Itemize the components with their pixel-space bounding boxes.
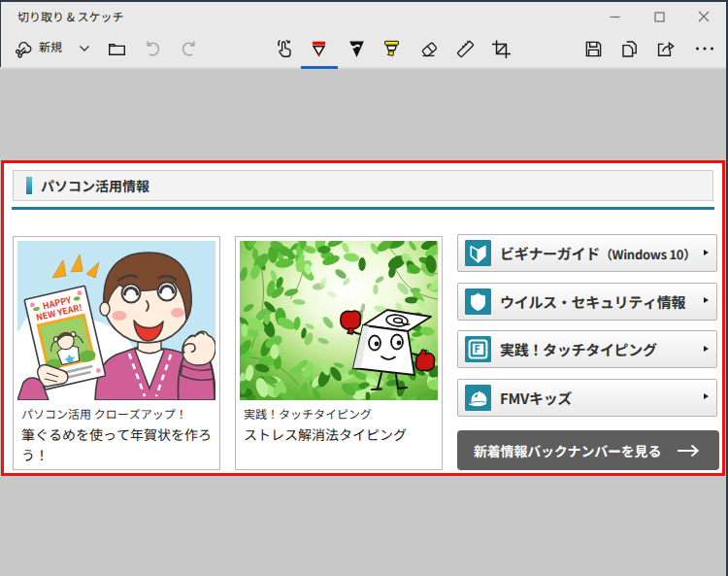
man-holding-new-year-card-illustration: HAPPYNEW YEAR! bbox=[17, 241, 215, 400]
minimize-icon bbox=[610, 12, 620, 22]
eraser-button[interactable] bbox=[417, 37, 441, 60]
open-file-button[interactable] bbox=[105, 37, 128, 60]
right-arrow-icon bbox=[676, 441, 700, 460]
open-file-folder-icon bbox=[107, 39, 127, 59]
close-button[interactable] bbox=[681, 2, 726, 31]
titlebar: 切り取り & スケッチ bbox=[1, 2, 726, 31]
maximize-button[interactable] bbox=[637, 2, 681, 31]
nav-label-main: ウイルス・セキュリティ情報 bbox=[500, 291, 685, 312]
save-button[interactable] bbox=[581, 37, 605, 60]
article-card-nenga[interactable]: HAPPYNEW YEAR! パソコン活用 クローズアップ！ 筆ぐるめを使って年… bbox=[13, 236, 220, 470]
kids-cap-icon bbox=[465, 385, 491, 411]
nav-button-security[interactable]: ウイルス・セキュリティ情報 bbox=[457, 283, 717, 321]
redo-icon bbox=[179, 39, 198, 58]
nav-label-main: ビギナーガイド bbox=[500, 243, 600, 263]
share-button[interactable] bbox=[653, 37, 677, 60]
new-snip-dropdown[interactable] bbox=[73, 37, 96, 60]
back-number-button[interactable]: 新着情報バックナンバーを見る bbox=[457, 430, 719, 470]
nav-label-suffix: （Windows 10） bbox=[600, 245, 696, 263]
right-triangle-icon bbox=[704, 297, 709, 303]
undo-button[interactable] bbox=[142, 37, 165, 60]
key-letter-f: F bbox=[475, 341, 480, 356]
pencil-icon bbox=[346, 38, 368, 60]
close-icon bbox=[698, 11, 710, 22]
snipped-image[interactable]: パソコン活用情報 HAPPYNEW YEAR! パソコン活用 クローズアップ！ … bbox=[1, 160, 725, 476]
new-snip-scissors-icon bbox=[14, 39, 34, 59]
nav-button-fmv-kids[interactable]: FMVキッズ bbox=[457, 379, 717, 417]
crop-button[interactable] bbox=[489, 37, 513, 60]
page-header: パソコン活用情報 bbox=[13, 170, 713, 201]
card-title[interactable]: ストレス解消法タイピング bbox=[244, 424, 436, 445]
nav-label-main: FMVキッズ bbox=[500, 388, 572, 408]
ruler-icon bbox=[454, 38, 477, 60]
selected-tool-underline bbox=[301, 66, 338, 69]
foliage-photo-svg bbox=[240, 241, 438, 400]
eraser-icon bbox=[418, 38, 441, 60]
highlighter-icon bbox=[381, 38, 403, 60]
ballpoint-pen-icon bbox=[308, 38, 330, 60]
nav-label-main: 実践！タッチタイピング bbox=[500, 339, 657, 359]
page-header-title: パソコン活用情報 bbox=[41, 171, 149, 200]
header-divider bbox=[12, 207, 714, 210]
touch-writing-icon bbox=[274, 38, 296, 60]
nav-button-beginner-guide[interactable]: ビギナーガイド（Windows 10） bbox=[457, 234, 717, 272]
nav-button-label: ウイルス・セキュリティ情報 bbox=[500, 291, 685, 312]
redo-button[interactable] bbox=[177, 37, 200, 60]
back-number-label: 新着情報バックナンバーを見る bbox=[474, 441, 661, 460]
window-title: 切り取り & スケッチ bbox=[17, 2, 124, 31]
minimize-button[interactable] bbox=[592, 2, 637, 31]
nav-button-label: FMVキッズ bbox=[500, 388, 572, 408]
touch-writing-button[interactable] bbox=[273, 37, 296, 60]
green-leaves-mascot-photo bbox=[240, 241, 438, 400]
keyboard-key-f-icon: F bbox=[465, 336, 491, 362]
save-icon bbox=[583, 39, 604, 59]
right-triangle-icon bbox=[704, 393, 709, 399]
copy-button[interactable] bbox=[617, 37, 641, 60]
chevron-down-icon bbox=[78, 42, 91, 55]
highlighter-button[interactable] bbox=[380, 37, 403, 60]
right-triangle-icon bbox=[704, 346, 709, 352]
crop-icon bbox=[490, 38, 513, 60]
ruler-button[interactable] bbox=[453, 37, 477, 60]
right-triangle-icon bbox=[704, 250, 709, 255]
beginner-mark-icon bbox=[465, 240, 491, 266]
ballpoint-pen-button[interactable] bbox=[307, 37, 330, 60]
new-year-illustration-svg: HAPPYNEW YEAR! bbox=[17, 241, 215, 400]
copy-icon bbox=[619, 39, 640, 59]
card-category: 実践！タッチタイピング bbox=[244, 405, 372, 422]
undo-icon bbox=[144, 39, 163, 58]
nav-button-label: ビギナーガイド（Windows 10） bbox=[500, 243, 696, 263]
card-title[interactable]: 筆ぐるめを使って年賀状を作ろう！ bbox=[21, 424, 214, 465]
header-accent-bar bbox=[26, 177, 32, 194]
see-more-button[interactable] bbox=[693, 37, 716, 60]
article-card-typing[interactable]: 実践！タッチタイピング ストレス解消法タイピング bbox=[235, 236, 443, 470]
toolbar: 新規 bbox=[1, 31, 726, 67]
snip-sketch-window: 切り取り & スケッチ 新規 bbox=[0, 0, 728, 576]
see-more-icon bbox=[694, 38, 715, 59]
nav-button-label: 実践！タッチタイピング bbox=[500, 339, 657, 359]
share-icon bbox=[654, 38, 676, 59]
new-snip-button[interactable] bbox=[12, 37, 35, 60]
pencil-button[interactable] bbox=[345, 37, 368, 60]
window-controls bbox=[592, 2, 726, 31]
maximize-icon bbox=[654, 12, 665, 22]
card-category: パソコン活用 クローズアップ！ bbox=[21, 405, 187, 422]
shield-icon bbox=[465, 288, 491, 315]
editing-canvas[interactable]: パソコン活用情報 HAPPYNEW YEAR! パソコン活用 クローズアップ！ … bbox=[0, 67, 726, 576]
nav-button-touch-typing[interactable]: F 実践！タッチタイピング bbox=[457, 330, 717, 368]
new-snip-label[interactable]: 新規 bbox=[39, 37, 62, 56]
